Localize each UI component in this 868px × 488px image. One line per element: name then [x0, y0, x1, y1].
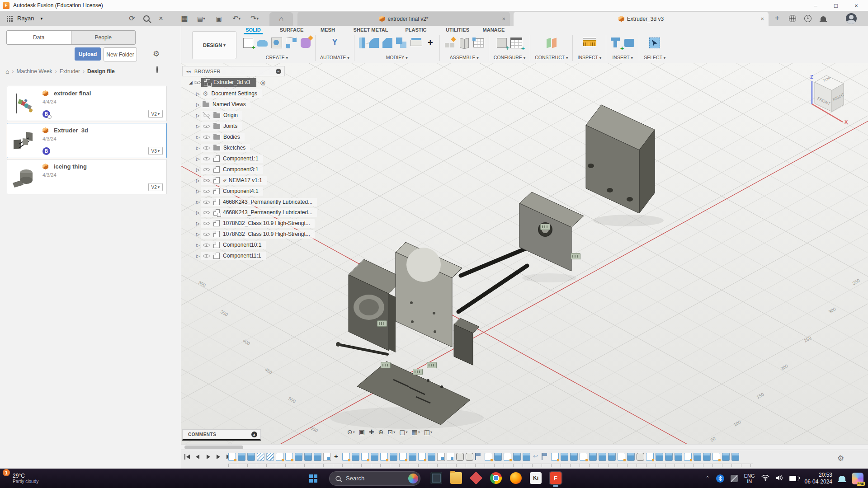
scrollbar-thumb[interactable] [184, 446, 243, 449]
tree-item-1078n32-b[interactable]: ▷1078N32_Class 10.9 High-Strengt... [196, 229, 315, 239]
taskbar-search[interactable]: Search [329, 471, 420, 486]
taskbar-app-chrome[interactable] [490, 472, 502, 484]
taskbar-app-terminal[interactable] [430, 472, 442, 484]
create-sketch-icon[interactable] [243, 38, 253, 48]
timeline-feature-sketch[interactable] [342, 453, 350, 461]
new-component-icon[interactable] [444, 38, 455, 48]
timeline-feature-extrude[interactable] [693, 453, 701, 461]
press-pull-icon[interactable] [359, 38, 365, 48]
doc-tab-close-icon[interactable]: × [760, 15, 764, 22]
project-card-iceing-thing[interactable]: iceing thing 4/3/24 V2▾ [7, 159, 167, 194]
new-folder-button[interactable]: New Folder [104, 47, 137, 61]
view-cube[interactable]: Z X TOP FRONT RIGHT [797, 69, 855, 125]
notifications-bell-icon[interactable] [818, 11, 828, 26]
minimize-button[interactable]: – [807, 0, 825, 11]
group-label-create[interactable]: CREATE ▾ [266, 55, 288, 61]
timeline-feature-revert[interactable]: ↩ [532, 453, 539, 460]
timeline-feature-component[interactable] [447, 453, 454, 461]
expand-icon[interactable]: ▷ [196, 145, 201, 150]
visibility-eye-icon[interactable] [193, 79, 201, 86]
timeline-feature-flag[interactable] [475, 453, 483, 460]
construct-plane-icon[interactable] [546, 38, 557, 48]
close-button[interactable]: × [847, 0, 865, 11]
visibility-eye-icon[interactable] [203, 166, 210, 173]
timeline-feature-extrude[interactable] [352, 453, 359, 461]
insert-icon[interactable] [611, 38, 621, 48]
hide-all-icon[interactable]: − [276, 69, 281, 74]
configuration-table-icon[interactable] [510, 38, 522, 48]
select-icon[interactable] [649, 38, 660, 48]
timeline-feature-sketch[interactable] [276, 453, 283, 461]
maximize-button[interactable]: □ [827, 0, 845, 11]
expand-icon[interactable]: ▷ [196, 253, 201, 258]
tree-item-component1[interactable]: ▷Component1:1 [196, 154, 263, 164]
decal-icon[interactable] [624, 39, 634, 47]
visibility-eye-icon[interactable] [203, 134, 210, 141]
joint-marker[interactable] [413, 369, 423, 375]
visibility-eye-icon[interactable] [203, 155, 210, 162]
viewports-icon[interactable]: ◫▾ [424, 428, 432, 436]
visibility-eye-icon[interactable] [203, 231, 210, 238]
expand-icon[interactable]: ▷ [196, 113, 201, 118]
expand-icon[interactable]: ▷ [196, 200, 201, 205]
timeline-feature-extrude[interactable] [561, 453, 568, 461]
tree-item-4668k243-a[interactable]: ▷4668K243_Permanently Lubricated... [196, 197, 317, 207]
pan-icon[interactable]: ✚ [369, 428, 374, 436]
breadcrumb-machine-week[interactable]: Machine Week [16, 68, 52, 75]
visibility-eye-icon[interactable] [203, 123, 210, 130]
timeline-feature-extrude[interactable] [409, 453, 416, 461]
doc-tab-extroder-final[interactable]: extroder final v2* × [297, 12, 510, 26]
new-file-icon[interactable]: ▤▾ [194, 11, 208, 26]
browser-globe-icon[interactable] [788, 11, 797, 26]
timeline-feature-extrude[interactable] [304, 453, 312, 461]
wifi-icon[interactable] [761, 474, 769, 483]
skip-to-start-icon[interactable] [184, 454, 191, 460]
joint-marker[interactable] [381, 362, 391, 368]
user-menu-caret-icon[interactable]: ▾ [39, 11, 44, 26]
group-label-select[interactable]: SELECT ▾ [644, 55, 665, 61]
doc-tab-extruder-3d[interactable]: Extruder_3d v3 × [514, 12, 769, 26]
orbit-icon[interactable]: ⊙▾ [347, 428, 355, 436]
battery-icon[interactable] [789, 476, 798, 481]
expand-icon[interactable]: ▷ [196, 102, 201, 107]
comments-bar[interactable]: COMMENTS ▲ [182, 429, 261, 441]
save-icon[interactable]: ▣ [213, 11, 224, 26]
revolve-icon[interactable] [257, 40, 268, 47]
motion-study-icon[interactable] [473, 38, 484, 47]
expand-icon[interactable]: ▷ [196, 178, 201, 183]
tree-item-component3[interactable]: ▷Component3:1 [196, 164, 263, 174]
timeline-feature-sketch[interactable] [418, 453, 426, 461]
joint-icon[interactable] [459, 38, 470, 48]
timeline-feature-extrude[interactable] [371, 453, 378, 461]
visibility-eye-off-icon[interactable] [203, 112, 210, 119]
user-menu[interactable]: Rayan [17, 11, 38, 26]
visibility-eye-icon[interactable] [203, 177, 210, 184]
timeline-feature-extrude[interactable] [314, 453, 321, 461]
hole-icon[interactable] [271, 38, 282, 48]
comments-expand-icon[interactable]: ▲ [251, 432, 257, 437]
activate-target-icon[interactable]: ◎ [260, 79, 265, 86]
timeline-feature-component[interactable] [437, 453, 445, 461]
move-copy-icon[interactable] [426, 38, 435, 48]
timeline-feature-move[interactable]: + [333, 453, 340, 460]
tray-chevron-up-icon[interactable]: ⌃ [706, 475, 710, 481]
tree-item-component4[interactable]: ▷Component4:1 [196, 186, 263, 196]
copilot-icon[interactable]: PRE [852, 473, 863, 484]
timeline-feature-sketch[interactable] [285, 453, 293, 461]
group-label-modify[interactable]: MODIFY ▾ [386, 55, 408, 61]
joint-marker[interactable] [540, 224, 550, 230]
timeline-feature-extrude[interactable] [570, 453, 578, 461]
upload-button[interactable]: Upload [75, 47, 101, 61]
timeline-feature-extrude[interactable] [722, 453, 730, 461]
group-label-construct[interactable]: CONSTRUCT ▾ [535, 55, 568, 61]
group-label-insert[interactable]: INSERT ▾ [612, 55, 633, 61]
timeline-feature-extrude[interactable] [494, 453, 502, 461]
home-icon[interactable]: ⌂ [5, 68, 9, 75]
expand-icon[interactable]: ▷ [196, 221, 201, 226]
file-grid-icon[interactable]: ▦ [179, 11, 190, 26]
taskbar-app-ki[interactable]: Ki [530, 472, 542, 484]
timeline-feature-extrude[interactable] [608, 453, 616, 461]
zoom-icon[interactable]: ⊕ [378, 428, 384, 436]
visibility-eye-icon[interactable] [203, 145, 210, 151]
timeline-feature-component[interactable] [323, 453, 331, 461]
